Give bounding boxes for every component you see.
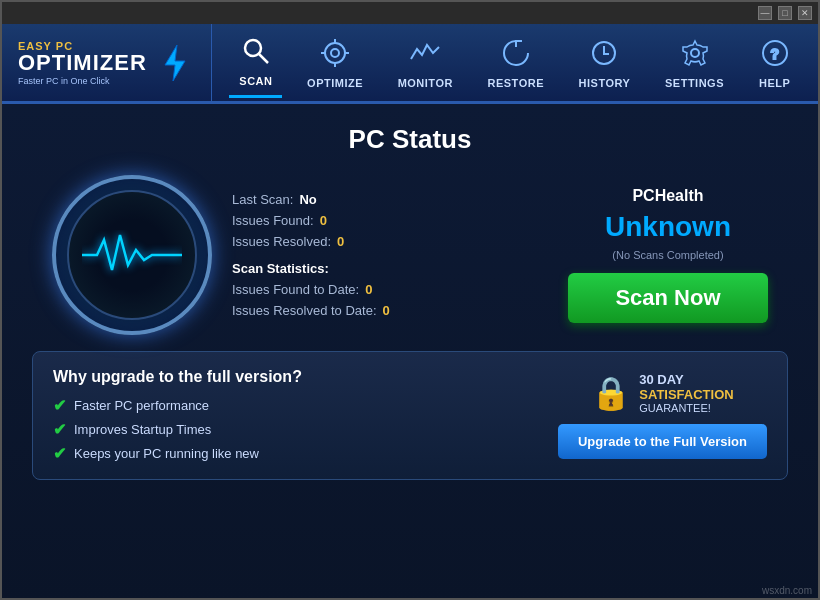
- logo-area: EASY PC OPTIMIZER Faster PC in One Click: [2, 24, 212, 101]
- feature-item-2: ✔ Keeps your PC running like new: [53, 444, 538, 463]
- checkmark-icon-2: ✔: [53, 444, 66, 463]
- nav-scan-label: SCAN: [239, 75, 272, 87]
- scan-now-button[interactable]: Scan Now: [568, 273, 768, 323]
- help-icon: ?: [759, 37, 791, 73]
- issues-resolved-label: Issues Resolved:: [232, 234, 331, 249]
- guarantee-label: GUARANTEE!: [639, 402, 733, 414]
- title-bar: — □ ✕: [2, 2, 818, 24]
- guarantee-badge: 🔒 30 DAY SATISFACTION GUARANTEE!: [591, 372, 733, 414]
- nav-help[interactable]: ? HELP: [749, 29, 801, 97]
- nav-history[interactable]: HISTORY: [569, 29, 641, 97]
- last-scan-row: Last Scan: No: [232, 192, 548, 207]
- issues-resolved-value: 0: [337, 234, 344, 249]
- resolved-to-date-row: Issues Resolved to Date: 0: [232, 303, 548, 318]
- svg-point-4: [331, 49, 339, 57]
- lock-icon: 🔒: [591, 374, 631, 412]
- svg-point-10: [691, 49, 699, 57]
- minimize-button[interactable]: —: [758, 6, 772, 20]
- resolved-to-date-value: 0: [383, 303, 390, 318]
- pchealth-area: PCHealth Unknown (No Scans Completed) Sc…: [568, 187, 768, 323]
- maximize-button[interactable]: □: [778, 6, 792, 20]
- upgrade-features: ✔ Faster PC performance ✔ Improves Start…: [53, 396, 538, 463]
- watermark: wsxdn.com: [762, 585, 812, 596]
- status-panel: Last Scan: No Issues Found: 0 Issues Res…: [32, 175, 788, 335]
- guarantee-days: 30 DAY: [639, 372, 733, 387]
- nav-restore[interactable]: RESTORE: [478, 29, 554, 97]
- guarantee-satisfaction: SATISFACTION: [639, 387, 733, 402]
- issues-found-row: Issues Found: 0: [232, 213, 548, 228]
- main-nav: SCAN OPTIMIZE MONITOR RESTORE: [212, 24, 818, 101]
- gauge-inner: [67, 190, 197, 320]
- health-gauge: [52, 175, 212, 335]
- guarantee-text: 30 DAY SATISFACTION GUARANTEE!: [639, 372, 733, 414]
- scan-stats: Last Scan: No Issues Found: 0 Issues Res…: [232, 192, 548, 318]
- feature-label-1: Improves Startup Times: [74, 422, 211, 437]
- feature-item-0: ✔ Faster PC performance: [53, 396, 538, 415]
- restore-icon: [500, 37, 532, 73]
- pchealth-sub: (No Scans Completed): [612, 249, 723, 261]
- pchealth-status: Unknown: [605, 211, 731, 243]
- monitor-icon: [409, 37, 441, 73]
- issues-found-label: Issues Found:: [232, 213, 314, 228]
- svg-marker-0: [165, 45, 185, 81]
- svg-line-2: [259, 54, 268, 63]
- nav-monitor[interactable]: MONITOR: [388, 29, 463, 97]
- nav-optimize-label: OPTIMIZE: [307, 77, 363, 89]
- history-icon: [588, 37, 620, 73]
- upgrade-panel: Why upgrade to the full version? ✔ Faste…: [32, 351, 788, 480]
- pchealth-label: PCHealth: [632, 187, 703, 205]
- issues-to-date-value: 0: [365, 282, 372, 297]
- nav-history-label: HISTORY: [579, 77, 631, 89]
- nav-monitor-label: MONITOR: [398, 77, 453, 89]
- page-title: PC Status: [32, 124, 788, 155]
- nav-settings[interactable]: SETTINGS: [655, 29, 734, 97]
- svg-text:?: ?: [770, 46, 779, 62]
- nav-optimize[interactable]: OPTIMIZE: [297, 29, 373, 97]
- settings-icon: [679, 37, 711, 73]
- upgrade-button[interactable]: Upgrade to the Full Version: [558, 424, 767, 459]
- checkmark-icon-1: ✔: [53, 420, 66, 439]
- issues-to-date-row: Issues Found to Date: 0: [232, 282, 548, 297]
- scan-stats-title: Scan Statistics:: [232, 261, 548, 276]
- feature-label-2: Keeps your PC running like new: [74, 446, 259, 461]
- last-scan-label: Last Scan:: [232, 192, 293, 207]
- checkmark-icon-0: ✔: [53, 396, 66, 415]
- nav-help-label: HELP: [759, 77, 790, 89]
- main-content: PC Status Last Scan: No Issues Found: 0 …: [2, 104, 818, 600]
- upgrade-title: Why upgrade to the full version?: [53, 368, 538, 386]
- svg-point-3: [325, 43, 345, 63]
- upgrade-right: 🔒 30 DAY SATISFACTION GUARANTEE! Upgrade…: [558, 372, 767, 459]
- feature-item-1: ✔ Improves Startup Times: [53, 420, 538, 439]
- optimize-icon: [319, 37, 351, 73]
- issues-resolved-row: Issues Resolved: 0: [232, 234, 548, 249]
- heartbeat-icon: [82, 230, 182, 280]
- nav-scan[interactable]: SCAN: [229, 27, 282, 98]
- resolved-to-date-label: Issues Resolved to Date:: [232, 303, 377, 318]
- issues-to-date-label: Issues Found to Date:: [232, 282, 359, 297]
- svg-point-1: [245, 40, 261, 56]
- issues-found-value: 0: [320, 213, 327, 228]
- lightning-icon: [155, 43, 195, 83]
- header: EASY PC OPTIMIZER Faster PC in One Click…: [2, 24, 818, 104]
- scan-icon: [240, 35, 272, 71]
- nav-settings-label: SETTINGS: [665, 77, 724, 89]
- close-button[interactable]: ✕: [798, 6, 812, 20]
- nav-restore-label: RESTORE: [488, 77, 544, 89]
- logo-optimizer: OPTIMIZER: [18, 52, 147, 74]
- feature-label-0: Faster PC performance: [74, 398, 209, 413]
- logo-text: EASY PC OPTIMIZER Faster PC in One Click: [18, 40, 147, 86]
- upgrade-left: Why upgrade to the full version? ✔ Faste…: [53, 368, 538, 463]
- logo-tagline: Faster PC in One Click: [18, 76, 147, 86]
- last-scan-value: No: [299, 192, 316, 207]
